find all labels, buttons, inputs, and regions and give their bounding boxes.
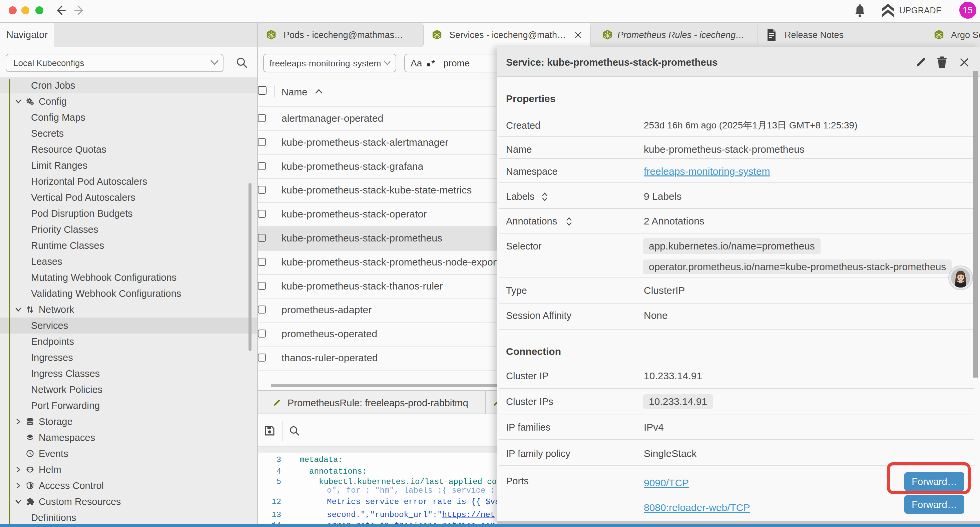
svg-text:*: *: [431, 58, 435, 68]
svg-text:HELM: HELM: [27, 469, 33, 471]
